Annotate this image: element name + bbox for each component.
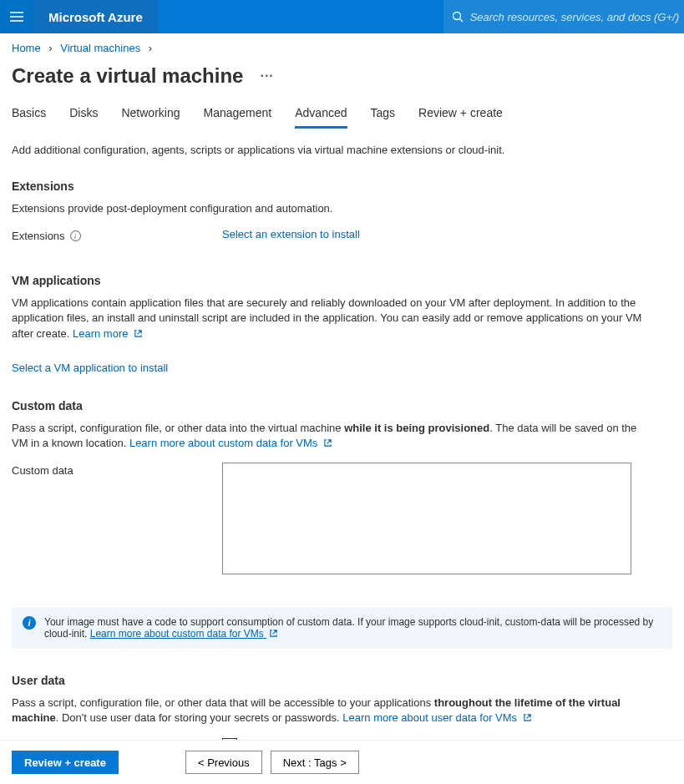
tab-disks[interactable]: Disks [69,103,98,129]
svg-point-0 [453,13,460,20]
custom-data-textarea[interactable] [222,463,631,574]
custom-data-learn-more-link[interactable]: Learn more about custom data for VMs [129,437,332,449]
chevron-right-icon: › [149,42,152,54]
tab-networking[interactable]: Networking [121,103,180,129]
chevron-right-icon: › [48,42,52,54]
brand-label[interactable]: Microsoft Azure [33,0,158,33]
external-link-icon [523,713,532,722]
user-data-heading: User data [12,674,672,687]
page-title-text: Create a virtual machine [12,64,243,88]
info-icon: i [23,616,36,630]
breadcrumb-virtual-machines[interactable]: Virtual machines [60,42,140,54]
vm-applications-heading: VM applications [12,274,672,287]
tab-advanced[interactable]: Advanced [295,103,347,129]
tab-strip: Basics Disks Networking Management Advan… [12,103,672,129]
extensions-field-label: Extensions i [12,228,222,242]
user-data-description: Pass a script, configuration file, or ot… [12,695,646,726]
custom-data-info-box: i Your image must have a code to support… [12,607,672,649]
hamburger-menu-button[interactable] [0,0,33,33]
search-placeholder: Search resources, services, and docs (G+… [470,11,679,23]
breadcrumb-home[interactable]: Home [12,42,41,54]
search-icon [452,11,464,23]
vm-applications-learn-more-link[interactable]: Learn more [73,327,143,340]
tab-tags[interactable]: Tags [371,103,396,129]
info-box-learn-more-link[interactable]: Learn more about custom data for VMs [90,628,278,640]
page-title: Create a virtual machine ··· [12,64,672,88]
extensions-heading: Extensions [12,180,672,193]
select-vm-application-link[interactable]: Select a VM application to install [12,362,168,374]
svg-line-1 [459,19,463,23]
tab-management[interactable]: Management [204,103,272,129]
tab-intro-text: Add additional configuration, agents, sc… [12,144,672,156]
breadcrumb: Home › Virtual machines › [12,40,672,61]
tab-basics[interactable]: Basics [12,103,46,129]
info-icon[interactable]: i [70,230,81,241]
wizard-footer: Review + create < Previous Next : Tags > [0,740,684,784]
global-search[interactable]: Search resources, services, and docs (G+… [443,0,684,33]
extensions-description: Extensions provide post-deployment confi… [12,201,646,216]
review-create-button[interactable]: Review + create [12,751,119,774]
top-bar: Microsoft Azure Search resources, servic… [0,0,684,33]
external-link-icon [269,629,278,638]
next-button[interactable]: Next : Tags > [271,751,359,774]
external-link-icon [134,329,143,338]
external-link-icon [323,438,332,448]
vm-applications-description: VM applications contain application file… [12,296,646,341]
custom-data-description: Pass a script, configuration file, or ot… [12,421,646,451]
custom-data-field-label: Custom data [12,463,222,477]
more-actions-button[interactable]: ··· [260,68,273,83]
previous-button[interactable]: < Previous [185,751,262,774]
custom-data-heading: Custom data [12,399,672,412]
select-extension-link[interactable]: Select an extension to install [222,228,360,240]
tab-review[interactable]: Review + create [418,103,503,129]
user-data-learn-more-link[interactable]: Learn more about user data for VMs [342,711,531,724]
hamburger-icon [10,12,23,22]
